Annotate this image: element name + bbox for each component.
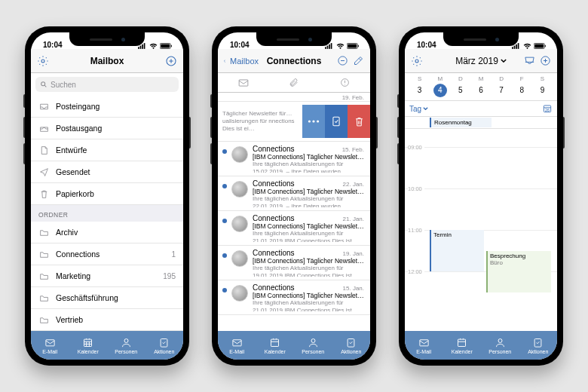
row-label: Archiv xyxy=(56,228,176,237)
folder-row[interactable]: Geschäftsführung xyxy=(31,287,183,309)
calendar-day[interactable]: 6 xyxy=(470,84,491,97)
add-icon[interactable] xyxy=(165,55,177,67)
settings-icon[interactable] xyxy=(411,55,423,67)
calendar-day[interactable]: 7 xyxy=(492,84,512,97)
svg-rect-35 xyxy=(518,43,519,49)
avatar xyxy=(231,216,248,232)
msg-subject: [IBM Connections] Täglicher Newsletter f… xyxy=(253,292,364,299)
weekday-label: D xyxy=(450,75,470,82)
tab-calendar[interactable]: Kalender xyxy=(443,331,482,360)
calendar-day[interactable]: 3 xyxy=(409,84,430,97)
tab-people[interactable]: Personen xyxy=(481,331,519,360)
drafts-icon xyxy=(38,145,49,155)
folder-row[interactable]: Marketing195 xyxy=(31,265,183,287)
swipe-more-icon[interactable] xyxy=(302,105,325,138)
msg-subject: [IBM Connections] Täglicher Newsletter f… xyxy=(253,153,364,161)
folder-row[interactable]: Vertrieb xyxy=(31,309,183,331)
mailbox-row[interactable]: Gesendet xyxy=(31,161,183,183)
weekday-label: D xyxy=(492,75,512,82)
tab-actions[interactable]: Aktionen xyxy=(519,331,558,360)
calendar-day[interactable]: 8 xyxy=(512,84,532,97)
msg-subject: [IBM Connections] Täglicher Newsletter f… xyxy=(253,188,364,195)
svg-point-25 xyxy=(312,120,314,122)
message-row[interactable]: Connections21. Jan.[IBM Connections] Täg… xyxy=(218,211,370,246)
back-button[interactable]: Mailbox xyxy=(224,56,259,66)
search-input[interactable]: Suchen xyxy=(35,77,179,92)
svg-text:26: 26 xyxy=(545,108,550,112)
mailbox-row[interactable]: Posteingang xyxy=(31,96,183,118)
tab-people[interactable]: Personen xyxy=(294,331,332,360)
tab-people[interactable]: Personen xyxy=(107,331,145,360)
filter-important-icon[interactable] xyxy=(320,73,370,92)
svg-point-7 xyxy=(41,60,44,63)
message-row-swiped[interactable]: Täglicher Newsletter für… ualisierungen … xyxy=(218,102,370,142)
mailbox-row[interactable]: Entwürfe xyxy=(31,139,183,161)
weekday-label: M xyxy=(470,75,491,82)
message-list: 19. Feb. Täglicher Newsletter für… ualis… xyxy=(218,93,370,331)
svg-point-45 xyxy=(498,338,502,342)
add-icon[interactable] xyxy=(540,55,551,66)
svg-rect-3 xyxy=(144,43,145,49)
swiped-preview: Täglicher Newsletter für… ualisierungen … xyxy=(218,105,298,138)
row-label: Gesendet xyxy=(56,167,176,176)
calendar-day[interactable]: 4 xyxy=(430,84,450,97)
svg-rect-43 xyxy=(420,339,428,345)
mark-read-icon[interactable] xyxy=(337,55,348,66)
folder-icon xyxy=(38,250,49,259)
inbox-icon[interactable] xyxy=(524,56,535,66)
msg-sender: Connections xyxy=(253,249,295,257)
tab-calendar[interactable]: Kalender xyxy=(69,331,108,360)
calendar-body[interactable]: Rosenmontag 09:00 10:00 11:00 12:00 Term… xyxy=(405,117,557,331)
msg-date: 22. Jan. xyxy=(343,181,364,188)
weekday-label: M xyxy=(430,75,450,82)
msg-date: 15. Feb. xyxy=(342,146,364,153)
today-icon[interactable]: 26 xyxy=(542,103,553,114)
msg-date: 15. Jan. xyxy=(343,285,364,292)
tab-email[interactable]: E-Mail xyxy=(218,331,256,360)
swipe-archive-icon[interactable] xyxy=(325,105,348,138)
settings-icon[interactable] xyxy=(37,55,49,67)
month-selector[interactable]: März 2019 xyxy=(446,56,516,66)
sent-icon xyxy=(38,167,49,176)
avatar xyxy=(231,250,248,267)
calendar-day[interactable]: 5 xyxy=(450,84,470,97)
avatar xyxy=(231,285,248,302)
allday-event[interactable]: Rosenmontag xyxy=(430,118,492,127)
tab-actions[interactable]: Aktionen xyxy=(332,331,371,360)
svg-rect-6 xyxy=(171,45,172,47)
svg-point-30 xyxy=(311,338,315,342)
svg-rect-5 xyxy=(161,44,170,48)
message-row[interactable]: Connections15. Jan.[IBM Connections] Täg… xyxy=(218,280,370,315)
tab-actions[interactable]: Aktionen xyxy=(145,331,184,360)
folder-row[interactable]: Connections1 xyxy=(31,243,183,265)
msg-sender: Connections xyxy=(253,214,295,222)
svg-rect-28 xyxy=(233,339,241,345)
weekday-label: S xyxy=(409,75,430,82)
filter-mail-icon[interactable] xyxy=(218,73,268,92)
tab-email[interactable]: E-Mail xyxy=(405,331,443,360)
msg-preview: Ihre täglichen Aktualisierungen für 21.0… xyxy=(253,230,364,242)
mailbox-row[interactable]: Postausgang xyxy=(31,118,183,139)
filter-attachments-icon[interactable] xyxy=(268,73,319,92)
msg-preview: Ihre täglichen Aktualisierungen für 15.0… xyxy=(253,161,364,173)
row-count: 195 xyxy=(163,272,176,280)
tab-calendar[interactable]: Kalender xyxy=(256,331,295,360)
folder-icon xyxy=(38,228,49,237)
svg-rect-44 xyxy=(458,339,466,346)
calendar-event-termin[interactable]: Termin xyxy=(430,230,484,271)
svg-point-9 xyxy=(41,82,45,86)
message-row[interactable]: Connections15. Feb.[IBM Connections] Täg… xyxy=(218,142,370,176)
swipe-delete-icon[interactable] xyxy=(348,105,370,138)
svg-rect-38 xyxy=(545,45,546,47)
msg-preview: Ihre täglichen Aktualisierungen für 22.0… xyxy=(253,195,364,207)
calendar-event-besprechung[interactable]: BesprechungBüro xyxy=(486,251,551,292)
message-row[interactable]: Connections22. Jan.[IBM Connections] Täg… xyxy=(218,176,370,211)
mailbox-row[interactable]: Papierkorb xyxy=(31,183,183,205)
section-header: ORDNER xyxy=(31,205,183,222)
view-selector[interactable]: Tag xyxy=(409,105,428,113)
folder-row[interactable]: Archiv xyxy=(31,222,183,243)
message-row[interactable]: Connections19. Jan.[IBM Connections] Täg… xyxy=(218,246,370,280)
compose-icon[interactable] xyxy=(353,55,364,66)
tab-email[interactable]: E-Mail xyxy=(31,331,69,360)
calendar-day[interactable]: 9 xyxy=(532,84,553,97)
